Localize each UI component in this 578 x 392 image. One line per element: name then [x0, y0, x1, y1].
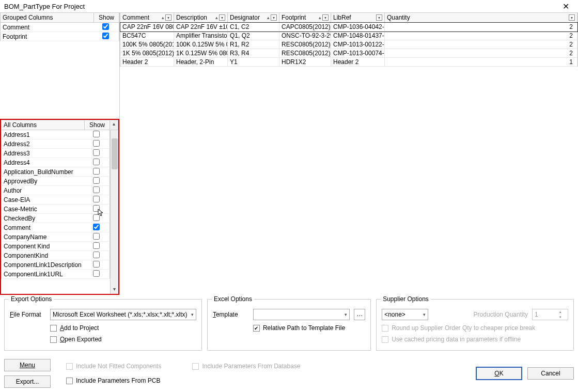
filter-icon[interactable]: ▾ [219, 14, 225, 21]
all-columns-row[interactable]: Author [1, 186, 110, 195]
table-row[interactable]: CAP 22nF 16V 080 CAP 22nF 16V ±10 C1, C2… [120, 23, 577, 32]
all-columns-row[interactable]: Case-EIA [1, 195, 110, 205]
all-columns-row[interactable]: ComponentLink1URL [1, 270, 110, 279]
relative-path-checkbox[interactable] [253, 325, 260, 332]
spin-down-icon[interactable]: ▾ [556, 315, 565, 320]
grouped-row[interactable]: Footprint [0, 32, 119, 41]
cancel-button[interactable]: Cancel [527, 367, 574, 380]
all-columns-row[interactable]: ApprovedBy [1, 177, 110, 186]
all-show-header[interactable]: Show [85, 120, 110, 130]
all-columns-row-checkbox[interactable] [93, 177, 100, 184]
all-columns-row[interactable]: CompanyName [1, 232, 110, 242]
all-columns-row-checkbox[interactable] [93, 159, 100, 165]
filter-icon[interactable]: ▾ [322, 14, 329, 21]
cell-footprint: RESC0805(2012)_N [279, 49, 331, 57]
spin-up-icon[interactable]: ▴ [556, 309, 565, 315]
grouped-row-checkbox[interactable] [102, 23, 109, 30]
cached-label: Use cached pricing data in parameters if… [392, 336, 521, 343]
all-columns-row[interactable]: Address3 [1, 149, 110, 158]
all-columns-row-checkbox[interactable] [93, 214, 100, 221]
all-columns-row-checkbox[interactable] [93, 168, 100, 175]
grouped-row[interactable]: Comment [0, 23, 119, 32]
menu-button[interactable]: Menu [4, 359, 51, 371]
supplier-options-legend: Supplier Options [381, 295, 431, 303]
table-row[interactable]: 1K 5% 0805(2012) 1K 0.125W 5% 080 R3, R4… [120, 49, 577, 58]
all-columns-row[interactable]: CheckedBy [1, 214, 110, 223]
include-params-pcb-checkbox[interactable] [66, 378, 73, 384]
include-params-db-label: Include Parameters From Database [202, 363, 300, 370]
sort-asc-icon[interactable]: ▴ [319, 15, 321, 20]
all-columns-row[interactable]: Component Kind [1, 242, 110, 251]
filter-icon[interactable]: ▾ [271, 14, 277, 21]
all-columns-row-checkbox[interactable] [93, 242, 100, 249]
filter-icon[interactable]: ▾ [165, 14, 171, 21]
all-columns-row[interactable]: ComponentLink1Description [1, 260, 110, 270]
col-header-description[interactable]: Description▴▾ [174, 13, 228, 22]
production-qty-input[interactable] [533, 311, 556, 318]
all-columns-row[interactable]: Case-Metric [1, 205, 110, 214]
all-columns-row-checkbox[interactable] [93, 233, 100, 240]
grouped-columns-header[interactable]: Grouped Columns [1, 13, 94, 22]
col-header-quantity[interactable]: Quantity▾ [385, 13, 577, 22]
template-combo[interactable]: ▾ [253, 309, 350, 320]
col-header-libref[interactable]: LibRef▾ [331, 13, 385, 22]
cell-designator: C1, C2 [228, 23, 279, 31]
all-columns-panel: All Columns Show ▴ Address1Address2Addre… [0, 119, 119, 295]
all-columns-row-checkbox[interactable] [93, 252, 100, 258]
supplier-combo[interactable]: <none> ▾ [382, 309, 428, 320]
col-header-designator[interactable]: Designator▴▾ [228, 13, 279, 22]
scroll-thumb[interactable] [112, 138, 118, 169]
cell-footprint: HDR1X2 [279, 58, 331, 66]
all-columns-row-checkbox[interactable] [93, 186, 100, 193]
supplier-options-group: Supplier Options <none> ▾ Production Qua… [376, 299, 574, 351]
sort-asc-icon[interactable]: ▴ [162, 15, 164, 20]
all-columns-row-checkbox[interactable] [93, 261, 100, 268]
all-columns-row[interactable]: Address2 [1, 139, 110, 149]
all-columns-row-checkbox[interactable] [93, 149, 100, 156]
grouped-row-checkbox[interactable] [102, 33, 109, 39]
chevron-down-icon: ▾ [423, 312, 426, 317]
all-columns-row-checkbox[interactable] [93, 131, 100, 137]
col-header-comment[interactable]: Comment▴▾ [120, 13, 174, 22]
cell-designator: Q1, Q2 [228, 32, 279, 40]
cell-quantity: 2 [385, 23, 577, 31]
add-to-project-checkbox[interactable] [50, 325, 57, 332]
ok-button[interactable]: OK [476, 367, 522, 380]
all-columns-row[interactable]: Comment [1, 223, 110, 232]
sort-asc-icon[interactable]: ▴ [215, 15, 218, 20]
all-columns-header[interactable]: All Columns [2, 120, 85, 130]
file-format-combo[interactable]: Microsoft Excel Worksheet (*.xls;*.xlsx;… [50, 309, 196, 320]
all-columns-row-checkbox[interactable] [93, 270, 100, 277]
col-header-footprint[interactable]: Footprint▴▾ [279, 13, 331, 22]
close-icon[interactable]: ✕ [557, 2, 574, 11]
filter-icon[interactable]: ▾ [569, 14, 575, 21]
sort-asc-icon[interactable]: ▴ [267, 15, 270, 20]
excel-options-legend: Excel Options [212, 295, 254, 303]
scroll-up-icon[interactable]: ▴ [110, 120, 118, 129]
filter-icon[interactable]: ▾ [376, 14, 382, 21]
all-columns-row-checkbox[interactable] [93, 205, 100, 212]
all-columns-row[interactable]: Address1 [1, 130, 110, 139]
all-columns-row[interactable]: Address4 [1, 158, 110, 167]
cell-footprint: CAPC0805(2012)14 [279, 23, 331, 31]
table-row[interactable]: BC547C Amplifier Transistor, Q1, Q2 ONSC… [120, 32, 577, 40]
all-columns-row-checkbox[interactable] [93, 140, 100, 147]
open-exported-checkbox[interactable] [50, 336, 57, 343]
grouped-show-header[interactable]: Show [94, 13, 119, 22]
production-qty-stepper[interactable]: ▴▾ [532, 309, 568, 320]
all-columns-row-checkbox[interactable] [93, 224, 100, 230]
cell-comment: Header 2 [120, 58, 174, 66]
all-columns-scrollbar[interactable]: ▾ [110, 130, 118, 294]
table-row[interactable]: Header 2 Header, 2-Pin Y1 HDR1X2 Header … [120, 58, 577, 67]
all-columns-row-label: Address2 [4, 140, 85, 148]
export-button[interactable]: Export... [4, 375, 51, 388]
cell-quantity: 2 [385, 40, 577, 49]
grid-header: Comment▴▾ Description▴▾ Designator▴▾ Foo… [120, 12, 578, 23]
all-columns-row[interactable]: Application_BuildNumber [1, 167, 110, 177]
grouped-row-label: Comment [3, 24, 94, 31]
scroll-down-icon[interactable]: ▾ [111, 286, 118, 294]
template-browse-button[interactable]: … [354, 309, 365, 320]
all-columns-row[interactable]: ComponentKind [1, 251, 110, 260]
table-row[interactable]: 100K 5% 0805(201 100K 0.125W 5% 0 R1, R2… [120, 40, 577, 49]
all-columns-row-checkbox[interactable] [93, 196, 100, 202]
